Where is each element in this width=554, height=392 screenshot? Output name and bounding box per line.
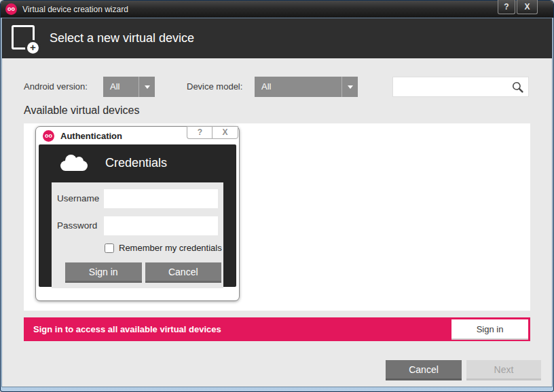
username-label: Username xyxy=(57,193,99,203)
device-model-dropdown[interactable]: All xyxy=(255,77,358,97)
chevron-down-icon xyxy=(138,77,155,97)
credentials-title: Credentials xyxy=(105,156,167,170)
window-close-button[interactable]: X xyxy=(517,0,538,14)
search-input[interactable] xyxy=(397,77,510,98)
add-device-icon: + xyxy=(12,25,35,50)
available-devices-heading: Available virtual devices xyxy=(24,104,139,117)
next-button[interactable]: Next xyxy=(466,360,541,380)
auth-body: Credentials Username Password Remember m… xyxy=(39,144,236,287)
genymotion-logo-icon: oo xyxy=(5,3,17,15)
window-help-button[interactable]: ? xyxy=(498,0,515,14)
android-version-label: Android version: xyxy=(24,77,88,97)
page-title: Select a new virtual device xyxy=(50,31,194,45)
banner-sign-in-button[interactable]: Sign in xyxy=(451,319,528,340)
auth-sign-in-button[interactable]: Sign in xyxy=(65,262,142,283)
sign-in-banner: Sign in to access all available virtual … xyxy=(24,317,530,341)
cancel-button[interactable]: Cancel xyxy=(386,360,462,380)
banner-message: Sign in to access all available virtual … xyxy=(33,317,221,341)
password-field[interactable] xyxy=(104,216,218,235)
auth-dialog-title: Authentication xyxy=(60,131,122,141)
window-title: Virtual device creation wizard xyxy=(22,5,128,14)
credentials-header: Credentials xyxy=(39,144,236,171)
remember-credentials-checkbox[interactable] xyxy=(105,243,114,253)
wizard-header: + Select a new virtual device xyxy=(2,18,552,58)
device-model-value: All xyxy=(261,81,271,92)
wizard-window: oo Virtual device creation wizard ? X + … xyxy=(0,0,554,392)
auth-close-button[interactable]: X xyxy=(212,126,238,139)
authentication-dialog: oo Authentication ? X Credentials Userna… xyxy=(35,126,240,301)
remember-credentials-label: Remember my credentials xyxy=(119,243,222,253)
auth-help-button[interactable]: ? xyxy=(187,126,213,139)
window-titlebar: oo Virtual device creation wizard xyxy=(1,1,553,18)
device-model-label: Device model: xyxy=(187,77,242,97)
search-box xyxy=(392,77,529,97)
android-version-value: All xyxy=(110,81,119,92)
plus-icon: + xyxy=(27,42,39,54)
auth-titlebar: oo Authentication ? X xyxy=(36,127,239,144)
username-field[interactable] xyxy=(104,189,218,208)
password-label: Password xyxy=(57,220,97,231)
search-icon xyxy=(511,81,524,96)
credentials-form: Username Password Remember my credential… xyxy=(52,182,223,288)
chevron-down-icon xyxy=(341,77,358,97)
android-version-dropdown[interactable]: All xyxy=(103,77,155,97)
genymotion-logo-icon: oo xyxy=(43,130,54,142)
cloud-icon xyxy=(60,161,88,171)
auth-cancel-button[interactable]: Cancel xyxy=(145,262,222,283)
